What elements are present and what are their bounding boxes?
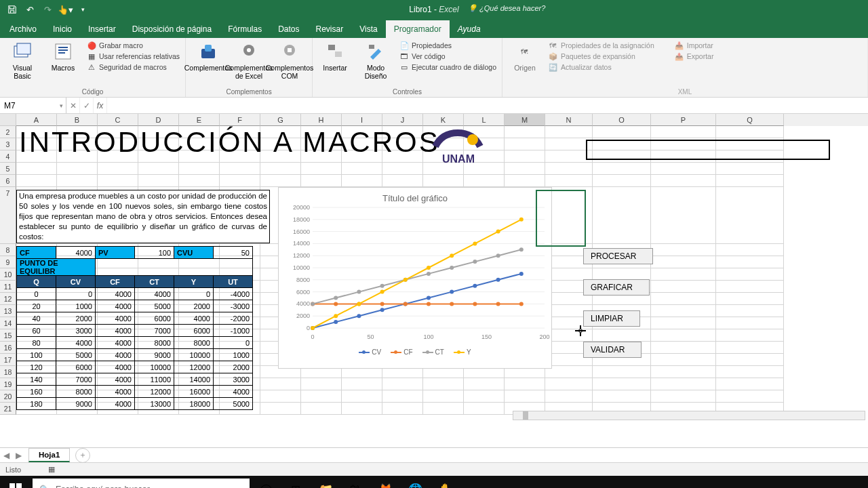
col-header-D[interactable]: D (138, 114, 179, 126)
taskbar-store-icon[interactable]: 🛍 (340, 476, 370, 488)
active-cell-M7[interactable] (536, 190, 586, 247)
tab-programador[interactable]: Programador (386, 20, 450, 38)
taskbar-cortana-icon[interactable]: ◯ (251, 476, 281, 488)
taskbar-taskview-icon[interactable]: ⊞ (281, 476, 311, 488)
taskbar-chrome-icon[interactable]: 🌐 (400, 476, 430, 488)
tab-disposicion[interactable]: Disposición de página (124, 20, 220, 38)
tab-vista[interactable]: Vista (351, 20, 385, 38)
macro-security-button[interactable]: ⚠Seguridad de macros (87, 62, 180, 72)
cancel-formula-icon[interactable]: ✕ (66, 98, 80, 113)
row-header-19[interactable]: 19 (0, 378, 16, 390)
row-header-14[interactable]: 14 (0, 317, 16, 329)
col-header-N[interactable]: N (545, 114, 593, 126)
col-header-G[interactable]: G (260, 114, 301, 126)
taskbar-explorer-icon[interactable]: 📁 (311, 476, 340, 488)
qat-customize-icon[interactable]: ▾ (75, 1, 91, 18)
import-button[interactable]: 📥Importar (675, 41, 714, 50)
col-header-C[interactable]: C (98, 114, 138, 126)
formula-input[interactable] (107, 98, 868, 113)
select-all-corner[interactable] (0, 114, 16, 126)
row-header-21[interactable]: 21 (0, 403, 16, 415)
row-header-16[interactable]: 16 (0, 342, 16, 354)
com-addins-button[interactable]: Complementos COM (273, 41, 307, 80)
addins-button[interactable]: Complementos (191, 41, 225, 72)
refresh-data-button[interactable]: 🔄Actualizar datos (549, 62, 654, 72)
row-header-3[interactable]: 3 (0, 138, 16, 150)
enter-formula-icon[interactable]: ✓ (80, 98, 94, 113)
col-header-L[interactable]: L (464, 114, 505, 126)
tab-datos[interactable]: Datos (270, 20, 307, 38)
fx-icon[interactable]: fx (94, 98, 107, 113)
taskbar-firefox-icon[interactable]: 🦊 (370, 476, 400, 488)
macro-button-validar[interactable]: VALIDAR (583, 342, 642, 358)
row-header-10[interactable]: 10 (0, 268, 16, 281)
row-header-8[interactable]: 8 (0, 244, 16, 256)
col-header-M[interactable]: M (505, 114, 545, 126)
row-header-13[interactable]: 13 (0, 305, 16, 317)
row-header-15[interactable]: 15 (0, 329, 16, 342)
row-header-7[interactable]: 7 (0, 187, 16, 244)
sheet-nav-prev[interactable]: ◀ (0, 451, 12, 460)
col-header-K[interactable]: K (423, 114, 464, 126)
insert-control-button[interactable]: Insertar (318, 41, 352, 72)
col-header-F[interactable]: F (220, 114, 260, 126)
row-header-20[interactable]: 20 (0, 390, 16, 403)
save-icon[interactable] (4, 1, 20, 18)
row-header-11[interactable]: 11 (0, 281, 16, 293)
macro-button-graficar[interactable]: GRAFICAR (583, 279, 650, 296)
col-header-P[interactable]: P (651, 114, 716, 126)
taskbar-app-icon[interactable]: ✋ (430, 476, 460, 488)
chart[interactable]: Título del gráfico 020004000600080001000… (278, 187, 552, 369)
add-sheet-button[interactable]: ＋ (75, 448, 90, 463)
xml-source-button[interactable]: 🗺Origen (508, 41, 542, 72)
macro-button-limpiar[interactable]: LIMPIAR (583, 310, 640, 327)
row-header-17[interactable]: 17 (0, 354, 16, 366)
row-header-6[interactable]: 6 (0, 175, 16, 187)
export-button[interactable]: 📤Exportar (675, 52, 714, 61)
row-header-5[interactable]: 5 (0, 163, 16, 175)
macro-record-status-icon[interactable]: ▦ (48, 465, 55, 474)
col-header-H[interactable]: H (301, 114, 342, 126)
col-header-Q[interactable]: Q (716, 114, 784, 126)
tab-archivo[interactable]: Archivo (1, 20, 45, 38)
sheet-nav-next[interactable]: ▶ (12, 451, 24, 460)
tell-me-search[interactable]: ¿Qué desea hacer? (468, 4, 545, 13)
row-header-9[interactable]: 9 (0, 256, 16, 268)
sheet-tab-hoja1[interactable]: Hoja1 (28, 448, 70, 462)
tab-insertar[interactable]: Insertar (80, 20, 124, 38)
col-header-O[interactable]: O (593, 114, 651, 126)
map-properties-button[interactable]: 🗺Propiedades de la asignación (549, 41, 654, 50)
macros-button[interactable]: Macros (46, 41, 80, 72)
col-header-I[interactable]: I (342, 114, 382, 126)
record-macro-button[interactable]: 🔴Grabar macro (87, 41, 180, 50)
design-mode-button[interactable]: Modo Diseño (359, 41, 393, 80)
view-code-button[interactable]: 🗔Ver código (399, 52, 496, 61)
expansion-packs-button[interactable]: 📦Paquetes de expansión (549, 52, 654, 61)
undo-icon[interactable]: ↶ (22, 1, 38, 18)
tab-revisar[interactable]: Revisar (308, 20, 352, 38)
row-header-18[interactable]: 18 (0, 366, 16, 378)
start-button[interactable] (0, 476, 31, 488)
col-header-E[interactable]: E (179, 114, 220, 126)
col-header-B[interactable]: B (57, 114, 98, 126)
tab-formulas[interactable]: Fórmulas (220, 20, 270, 38)
tab-ayuda[interactable]: Ayuda (450, 20, 489, 38)
touch-mode-icon[interactable]: 👆▾ (57, 1, 73, 18)
row-header-4[interactable]: 4 (0, 150, 16, 163)
excel-addins-button[interactable]: Complementos de Excel (232, 41, 266, 80)
col-header-J[interactable]: J (382, 114, 423, 126)
horizontal-scrollbar[interactable] (513, 411, 865, 420)
row-header-12[interactable]: 12 (0, 293, 16, 305)
relative-refs-button[interactable]: ▦Usar referencias relativas (87, 52, 180, 61)
redo-icon[interactable]: ↷ (39, 1, 56, 18)
visual-basic-button[interactable]: Visual Basic (5, 41, 39, 80)
macro-button-procesar[interactable]: PROCESAR (583, 248, 653, 264)
worksheet-grid[interactable]: ABCDEFGHIJKLMNOPQ 2345678910111213141516… (0, 114, 868, 447)
name-box[interactable]: M7 (0, 98, 66, 113)
run-dialog-button[interactable]: ▭Ejecutar cuadro de diálogo (399, 62, 496, 72)
taskbar-search[interactable]: 🔍Escribe aquí para buscar (33, 479, 250, 488)
properties-button[interactable]: 📄Propiedades (399, 41, 496, 50)
tab-inicio[interactable]: Inicio (45, 20, 80, 38)
col-header-A[interactable]: A (16, 114, 57, 126)
row-header-2[interactable]: 2 (0, 126, 16, 138)
